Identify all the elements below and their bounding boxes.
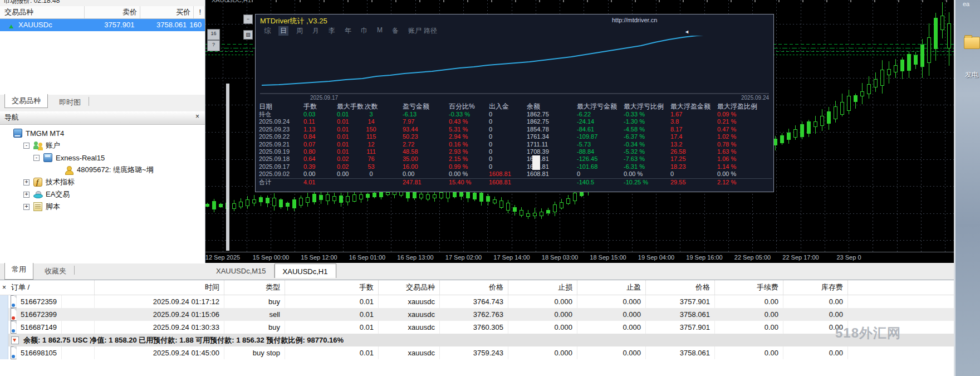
order-column-1[interactable]: 时间	[95, 280, 224, 295]
chart-tab-xauusdc-m15[interactable]: XAUUSDc,M15	[208, 265, 275, 278]
mtdriver-menu-item-0[interactable]: 综	[262, 26, 272, 36]
navigator-tab-0[interactable]: 常用	[4, 263, 33, 280]
mtdriver-menu-item-4[interactable]: 李	[327, 26, 337, 36]
mt4-application-window: XAUUSDC,H1 16 ? − ▨ 12 Sep 202515 Sep 00…	[0, 0, 980, 376]
expand-icon[interactable]: +	[23, 192, 30, 198]
market-watch-tab-1[interactable]: 即时图	[52, 96, 87, 109]
vertical-line-object	[226, 84, 229, 251]
order-cell-1: 2025.09.24 01:17:12	[95, 295, 224, 308]
collapse-icon[interactable]: -	[33, 155, 40, 161]
order-column-0[interactable]: 订单 /	[0, 280, 95, 295]
buy-order-icon	[11, 321, 17, 334]
stats-row-2025-09-22: 2025.09.220.840.0111550.232.94 %01761.34…	[259, 133, 772, 140]
chart-tab-xauusdc-h1[interactable]: XAUUSDc,H1	[275, 263, 336, 278]
tree-item-label: Exness-Real15	[56, 154, 105, 162]
tree-item--[interactable]: +脚本	[0, 201, 205, 213]
folder-icon[interactable]	[964, 37, 980, 49]
stats-header-row: 日期手数最大手数次数盈亏金额百分比%出入金余额最大浮亏金额最大浮亏比例最大浮盈金…	[259, 102, 772, 111]
mw-column-2[interactable]: 买价	[140, 6, 194, 18]
order-cell-1: 2025.09.24 01:15:06	[95, 308, 224, 321]
balance-row[interactable]: 余额: 1 862.75 USC 净值: 1 858.20 已用预付款: 1.8…	[8, 334, 954, 346]
mw-column-3[interactable]: !	[194, 6, 205, 18]
time-axis-label: 19 Sep 04:00	[638, 254, 674, 261]
stats-row-2025-09-17: 2025.09.170.390.025316.000.99 %01624.81-…	[259, 163, 772, 170]
tree-item--[interactable]: -账户	[0, 139, 205, 152]
order-column-5[interactable]: 价格	[440, 280, 508, 295]
order-cell-0: 516672399	[8, 308, 95, 321]
order-column-9[interactable]: 手续费	[715, 280, 783, 295]
mtdriver-menu-path[interactable]: 路径	[424, 26, 437, 36]
mtdriver-menu-item-8[interactable]: 备	[390, 26, 400, 36]
tree-item-ea-[interactable]: +EA交易	[0, 188, 205, 201]
expand-icon[interactable]: +	[23, 204, 30, 210]
camera-icon[interactable]: ▨	[243, 30, 253, 40]
time-axis-label: 15 Sep 00:00	[253, 254, 289, 261]
order-column-2[interactable]: 类型	[224, 280, 285, 295]
collapse-icon[interactable]: −	[243, 14, 253, 24]
mw-column-1[interactable]: 卖价	[85, 6, 140, 18]
order-cell-10: 0.00	[783, 346, 848, 359]
mtdriver-menu-item-6[interactable]: 巾	[359, 26, 369, 36]
market-watch-header[interactable]: 交易品种卖价买价!	[0, 6, 205, 19]
order-row-516672359[interactable]: 5166723592025.09.24 01:17:12buy0.01xauus…	[8, 295, 954, 308]
left-panel-column: 市场报价: 02:18:48 交易品种卖价买价! XAUUSDc 3757.90…	[0, 0, 205, 263]
mtdriver-title[interactable]: MTDriver统计 ,V3.25	[260, 16, 327, 26]
order-column-7[interactable]: 止盈	[577, 280, 646, 295]
close-icon[interactable]: ×	[195, 113, 199, 120]
order-column-8[interactable]: 价格	[646, 280, 715, 295]
navigator-window: 导航 × TMGM MT4-账户-Exness-Real1548095672: …	[0, 111, 205, 263]
market-watch-tab-0[interactable]: 交易品种	[4, 94, 48, 108]
mtdriver-menu-item-9[interactable]: 账尸	[406, 26, 423, 36]
time-axis-label: 16 Sep 01:00	[349, 254, 385, 261]
help-icon[interactable]: ?	[207, 40, 220, 51]
desktop-strip: ea 发电	[954, 0, 980, 376]
order-row-516672399[interactable]: 5166723992025.09.24 01:15:06sell0.01xauu…	[8, 308, 954, 321]
spread-value: 160	[189, 19, 205, 31]
navigator-title-bar[interactable]: 导航 ×	[0, 111, 205, 125]
mtdriver-menu-item-7[interactable]: M	[375, 26, 384, 36]
tree-item-label: 48095672: 缇庣烙璐~堈	[77, 165, 154, 175]
order-cell-5: 3764.743	[440, 295, 508, 308]
time-axis-label: 19 Sep 16:00	[686, 254, 722, 261]
balance-icon	[11, 336, 19, 344]
orders-table-header[interactable]: 订单 /时间类型手数交易品种价格止损止盈价格手续费库存费	[0, 280, 954, 295]
tree-item--[interactable]: +技术指标	[0, 176, 205, 188]
order-cell-9: 0.00	[715, 295, 783, 308]
tree-item-label: EA交易	[46, 189, 70, 199]
mtdriver-menu-item-3[interactable]: 月	[311, 26, 321, 36]
mtdriver-menu-item-2[interactable]: 周	[295, 26, 305, 36]
tree-item-tmgm-mt4[interactable]: TMGM MT4	[0, 127, 205, 139]
order-column-3[interactable]: 手数	[285, 280, 379, 295]
order-column-4[interactable]: 交易品种	[379, 280, 440, 295]
collapse-icon[interactable]: -	[23, 143, 30, 149]
order-column-10[interactable]: 库存费	[783, 280, 848, 295]
chart-widget-icon[interactable]: 16	[207, 29, 220, 40]
close-icon[interactable]: ×	[2, 284, 6, 291]
market-watch-row-xauusdc[interactable]: XAUUSDc 3757.901 3758.061 160	[0, 19, 205, 31]
navigator-tree: TMGM MT4-账户-Exness-Real1548095672: 缇庣烙璐~…	[0, 125, 205, 213]
mtdriver-url-link[interactable]: http://mtdriver.cn	[612, 17, 657, 23]
order-cell-3: 0.01	[285, 346, 379, 359]
tree-item-exness-real15[interactable]: -Exness-Real15	[0, 152, 205, 164]
order-row-516698105[interactable]: 5166981052025.09.24 01:45:00buy stop0.01…	[8, 346, 954, 359]
ask-price: 3758.061	[137, 19, 189, 31]
mtdriver-menu-item-5[interactable]: 年	[343, 26, 353, 36]
terminal-left-gutter	[0, 295, 8, 359]
navigator-tab-1[interactable]: 收藏夹	[38, 265, 73, 281]
order-column-6[interactable]: 止损	[508, 280, 577, 295]
navigator-bottom-tabs: 常用收藏夹	[0, 263, 76, 280]
stats-row-2025-09-21: 2025.09.210.070.01122.720.16 %01711.11-5…	[259, 141, 772, 148]
stats-header-cell: 百分比%	[449, 102, 489, 111]
buy-order-icon	[11, 346, 17, 359]
stats-header-cell: 日期	[259, 102, 303, 111]
mtdriver-stats-panel[interactable]: MTDriver统计 ,V3.25 http://mtdriver.cn ◄ 综…	[255, 14, 774, 192]
accounts-icon	[33, 141, 42, 150]
symbol-name: XAUUSDc	[18, 19, 52, 31]
expand-icon[interactable]: +	[23, 179, 30, 185]
panel-collapse-icon[interactable]: ◄	[684, 29, 689, 35]
tree-item-48095672-[interactable]: 48095672: 缇庣烙璐~堈	[0, 164, 205, 176]
mw-column-0[interactable]: 交易品种	[0, 6, 85, 18]
mtdriver-menu-item-1[interactable]: 日	[278, 26, 288, 36]
bid-price: 3757.901	[83, 19, 138, 31]
order-row-516687149[interactable]: 5166871492025.09.24 01:30:33buy0.01xauus…	[8, 321, 954, 334]
